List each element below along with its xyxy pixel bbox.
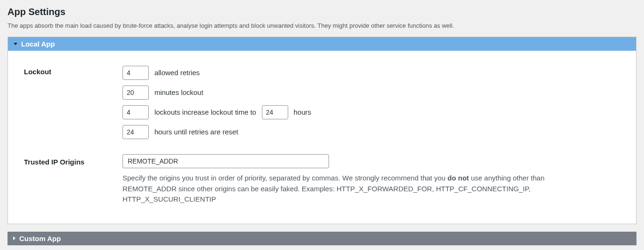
reset-text: hours until retries are reset [154, 128, 238, 136]
reset-hours-input[interactable] [123, 125, 149, 139]
custom-app-toggle[interactable]: Custom App [8, 232, 636, 245]
trusted-ip-label: Trusted IP Origins [24, 142, 123, 208]
allowed-retries-input[interactable] [123, 66, 149, 80]
custom-app-section: Custom App [8, 232, 636, 245]
lockout-label: Lockout [24, 63, 123, 142]
page-description: The apps absorb the main load caused by … [8, 22, 636, 29]
chevron-right-icon [13, 236, 15, 240]
local-app-body: Lockout allowed retries minutes lockout … [8, 51, 636, 224]
trusted-ip-hint: Specify the origins you trust in order o… [123, 173, 592, 205]
local-app-toggle[interactable]: Local App [8, 37, 636, 51]
local-app-header-label: Local App [21, 40, 55, 48]
lockouts-text-1: lockouts increase lockout time to [154, 108, 256, 116]
minutes-lockout-input[interactable] [123, 86, 149, 100]
lockouts-count-input[interactable] [123, 105, 149, 119]
minutes-lockout-text: minutes lockout [154, 88, 203, 96]
lockout-hours-input[interactable] [262, 105, 288, 119]
lockouts-text-2: hours [293, 108, 311, 116]
trusted-ip-input[interactable] [123, 154, 329, 168]
custom-app-header-label: Custom App [19, 234, 61, 242]
allowed-retries-text: allowed retries [154, 69, 200, 77]
local-app-section: Local App Lockout allowed retries minute… [8, 37, 636, 224]
chevron-down-icon [14, 43, 17, 45]
hint-pre: Specify the origins you trust in order o… [123, 174, 447, 182]
hint-bold: do not [447, 174, 469, 182]
page-title: App Settings [8, 7, 636, 17]
